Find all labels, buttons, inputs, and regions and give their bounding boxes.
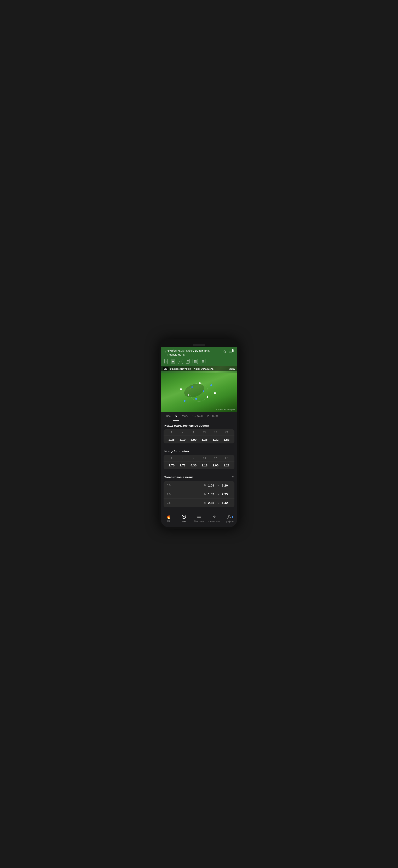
total-row-0: 0.5 Б 1.09 М 6.20 xyxy=(163,481,235,490)
back-button[interactable]: ‹ xyxy=(164,349,166,354)
total-goals-table: 0.5 Б 1.09 М 6.20 1.5 Б 1.53 М 2.35 xyxy=(163,481,235,507)
total-val-m-0[interactable]: 6.20 xyxy=(220,484,228,487)
stats-icon[interactable]: ▦ xyxy=(192,359,198,364)
h-header-1x: 1X xyxy=(199,457,210,460)
profile-dot xyxy=(232,516,233,518)
nav-live-label: Ставки 24/7 xyxy=(209,521,220,523)
nav-profile-label: Профиль xyxy=(225,521,234,523)
half-result-header: 1 X 2 1X 12 X2 xyxy=(163,455,235,461)
odd-1[interactable]: 2.35 xyxy=(166,438,177,441)
total-goals-title: Тотал голов в матче xyxy=(164,475,193,479)
nav-bets-label: Мои пари xyxy=(194,520,204,522)
h-header-x2: X2 xyxy=(221,457,232,460)
video-time: 23:32 xyxy=(229,368,235,370)
odd-x2[interactable]: 1.53 xyxy=(221,438,232,441)
svg-rect-10 xyxy=(199,518,200,518)
phone-screen: ‹ Футбол. Чили. Кубок. 1/2 финала. Первы… xyxy=(161,341,237,527)
h-odd-1[interactable]: 3.70 xyxy=(166,464,177,467)
total-row-1: 1.5 Б 1.53 М 2.35 xyxy=(163,490,235,499)
header-2: 2 xyxy=(188,431,199,434)
video-player[interactable]: 0:0 Университат Чили – Унион Эспаньола 2… xyxy=(161,366,237,412)
odd-1x[interactable]: 1.35 xyxy=(199,438,210,441)
h-odd-x2[interactable]: 1.23 xyxy=(221,464,232,467)
svg-rect-1 xyxy=(229,351,232,351)
total-goals-title-row: Тотал голов в матче ≡ xyxy=(161,472,237,481)
tabs-bar: Все Матч 1-й тайм 2-й тайм xyxy=(161,412,237,421)
list-icon[interactable]: ≡ xyxy=(186,359,190,364)
header: ‹ Футбол. Чили. Кубок. 1/2 финала. Первы… xyxy=(161,347,237,366)
total-type-m-1: М xyxy=(217,493,219,495)
header-12: 12 xyxy=(210,431,221,434)
header-x: X xyxy=(177,431,188,434)
nav-top-label: Топ xyxy=(167,520,170,522)
info-icon[interactable]: ℹ xyxy=(164,359,168,364)
score-badge: 0:0 xyxy=(163,367,169,371)
list-view-icon[interactable]: ≡ xyxy=(232,475,234,479)
half-result-odds: 3.70 1.73 4.30 1.18 2.00 1.23 xyxy=(163,461,235,469)
h-header-12: 12 xyxy=(210,457,221,460)
total-val-m-1[interactable]: 2.35 xyxy=(220,492,228,496)
bottom-nav: 🔥 Топ Спорт xyxy=(161,513,237,527)
total-val-m-2[interactable]: 1.42 xyxy=(220,501,228,504)
match-result-table: 1 X 2 1X 12 X2 2.35 3.10 3.00 1.35 xyxy=(163,429,235,443)
tab-half1[interactable]: 1-й тайм xyxy=(191,412,205,421)
nav-top-icon: 🔥 xyxy=(166,515,171,519)
total-type-b-0: Б xyxy=(204,484,206,487)
total-label-1: 1.5 xyxy=(167,493,204,496)
tab-lightning[interactable] xyxy=(173,412,179,421)
total-label-2: 2.5 xyxy=(167,501,204,504)
svg-point-12 xyxy=(228,515,230,517)
swap-icon[interactable]: ⇄ xyxy=(178,359,183,364)
total-type-m-0: М xyxy=(217,484,219,487)
favorite-icon[interactable]: ☆ xyxy=(223,349,226,354)
tab-match[interactable]: Матч xyxy=(180,412,190,421)
nav-bets-icon xyxy=(197,515,201,520)
h-odd-12[interactable]: 2.00 xyxy=(210,464,221,467)
content-area: Исход матча (основное время) 1 X 2 1X 12… xyxy=(161,421,237,527)
tab-half2[interactable]: 2-й тайм xyxy=(206,412,220,421)
match-result-title: Исход матча (основное время) xyxy=(161,421,237,429)
svg-point-4 xyxy=(232,350,234,352)
total-type-b-1: Б xyxy=(204,493,206,495)
nav-profile[interactable]: Профиль xyxy=(222,515,237,523)
video-overlay: 0:0 Университат Чили – Унион Эспаньола 2… xyxy=(161,366,237,371)
scroll-area[interactable]: Все Матч 1-й тайм 2-й тайм Исход матча (… xyxy=(161,412,237,527)
match-result-odds: 2.35 3.10 3.00 1.35 1.32 1.53 xyxy=(163,436,235,443)
total-goals-section: Тотал голов в матче ≡ 0.5 Б 1.09 М 6.20 xyxy=(161,472,237,507)
half-result-section: Исход 1-го тайма 1 X 2 1X 12 X2 3.70 1 xyxy=(161,447,237,469)
h-odd-2[interactable]: 4.30 xyxy=(188,464,199,467)
phone-frame: ‹ Футбол. Чили. Кубок. 1/2 финала. Первы… xyxy=(159,339,239,529)
video-watermark: #UCHvsUExTNTSports xyxy=(216,409,235,411)
header-actions: ☆ xyxy=(223,349,234,354)
h-header-2: 2 xyxy=(188,457,199,460)
odd-12[interactable]: 1.32 xyxy=(210,438,221,441)
half-result-table: 1 X 2 1X 12 X2 3.70 1.73 4.30 1.18 xyxy=(163,455,235,469)
nav-top[interactable]: 🔥 Топ xyxy=(161,515,176,523)
odd-x[interactable]: 3.10 xyxy=(177,438,188,441)
play-icon[interactable]: ▶ xyxy=(171,359,175,364)
video-match-title: Университат Чили – Унион Эспаньола xyxy=(170,368,229,370)
total-val-b-0[interactable]: 1.09 xyxy=(207,484,214,487)
notch xyxy=(161,341,237,347)
total-val-b-2[interactable]: 2.65 xyxy=(207,501,214,504)
svg-rect-2 xyxy=(229,352,232,352)
total-label-0: 0.5 xyxy=(167,484,204,487)
layout-icon[interactable]: ⊟ xyxy=(201,359,206,364)
header-x2: X2 xyxy=(221,431,232,434)
nav-sport-icon xyxy=(182,515,186,520)
nav-bets[interactable]: Мои пари xyxy=(191,515,207,523)
toolbar: ℹ ▶ ⇄ ≡ ▦ ⊟ xyxy=(164,359,234,364)
header-1: 1 xyxy=(166,431,177,434)
svg-rect-9 xyxy=(198,518,198,518)
nav-live-icon xyxy=(212,515,216,520)
settings-icon[interactable] xyxy=(229,349,234,354)
nav-live[interactable]: Ставки 24/7 xyxy=(207,515,222,523)
tab-all[interactable]: Все xyxy=(164,412,172,421)
odd-2[interactable]: 3.00 xyxy=(188,438,199,441)
nav-sport[interactable]: Спорт xyxy=(176,515,191,523)
page-title: Футбол. Чили. Кубок. 1/2 финала. Первые … xyxy=(167,349,221,356)
nav-sport-label: Спорт xyxy=(181,521,187,523)
h-odd-1x[interactable]: 1.18 xyxy=(199,464,210,467)
h-odd-x[interactable]: 1.73 xyxy=(177,464,188,467)
total-val-b-1[interactable]: 1.53 xyxy=(207,492,214,496)
